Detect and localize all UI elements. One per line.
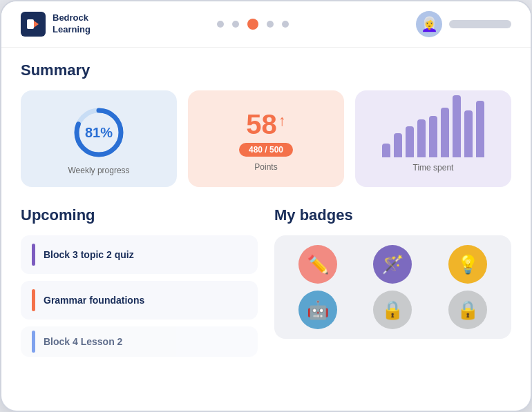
bar-5 (429, 116, 437, 157)
badge-wand[interactable]: 🪄 (373, 245, 412, 284)
bar-2 (394, 133, 402, 157)
nav-dot-3[interactable] (247, 19, 258, 30)
logo-text: Bedrock Learning (53, 12, 91, 36)
accent-bar-1 (32, 244, 35, 266)
bottom-row: Upcoming Block 3 topic 2 quiz Grammar fo… (21, 206, 511, 357)
badge-robot[interactable]: 🤖 (298, 291, 337, 329)
progress-label: Weekly progress (68, 166, 129, 175)
points-value: 58 ↑ (246, 109, 286, 140)
bar-7 (453, 95, 461, 157)
username-bar (449, 20, 511, 28)
accent-bar-2 (32, 289, 35, 311)
time-card: Time spent (355, 90, 511, 187)
nav-dot-1[interactable] (217, 21, 224, 28)
bar-4 (417, 119, 426, 157)
upcoming-item-1[interactable]: Block 3 topic 2 quiz (21, 235, 258, 274)
header: Bedrock Learning 👩‍🦳 (1, 1, 531, 48)
badge-pencil[interactable]: ✏️ (298, 245, 337, 284)
time-label: Time spent (413, 163, 454, 173)
user-area: 👩‍🦳 (416, 11, 511, 37)
summary-cards: 81% Weekly progress 58 ↑ 480 / 500 Point… (21, 90, 511, 187)
logo-area: Bedrock Learning (21, 12, 91, 37)
points-arrow: ↑ (278, 112, 286, 130)
accent-bar-3 (32, 331, 35, 353)
upcoming-item-3[interactable]: Block 4 Lesson 2 (21, 326, 258, 357)
progress-value: 81% (85, 125, 113, 141)
logo-icon (21, 12, 46, 37)
svg-rect-0 (27, 19, 34, 29)
app-frame: Bedrock Learning 👩‍🦳 Summary (0, 0, 532, 412)
upcoming-title: Upcoming (21, 206, 258, 224)
main-content: Summary 81% Weekly progress (1, 48, 531, 411)
badge-locked-1: 🔒 (373, 291, 412, 329)
avatar[interactable]: 👩‍🦳 (416, 11, 442, 37)
upcoming-section: Upcoming Block 3 topic 2 quiz Grammar fo… (21, 206, 258, 357)
points-badge: 480 / 500 (239, 143, 293, 157)
upcoming-list: Block 3 topic 2 quiz Grammar foundations… (21, 235, 258, 357)
badges-section: My badges ✏️ 🪄 💡 🤖 🔒 🔒 (274, 206, 511, 357)
badge-locked-2: 🔒 (448, 291, 487, 329)
badges-grid: ✏️ 🪄 💡 🤖 🔒 🔒 (284, 245, 502, 329)
progress-circle: 81% (71, 105, 126, 160)
points-label: Points (254, 162, 277, 172)
nav-dot-4[interactable] (267, 21, 274, 28)
bar-8 (464, 110, 473, 157)
bar-chart (382, 108, 484, 157)
upcoming-item-2[interactable]: Grammar foundations (21, 281, 258, 320)
summary-title: Summary (21, 61, 511, 79)
points-card: 58 ↑ 480 / 500 Points (188, 90, 344, 187)
nav-dot-2[interactable] (232, 21, 239, 28)
bar-3 (406, 126, 414, 157)
badges-title: My badges (274, 206, 511, 224)
summary-section: Summary 81% Weekly progress (21, 61, 511, 187)
nav-dot-5[interactable] (282, 21, 289, 28)
bar-1 (382, 144, 390, 157)
badge-box[interactable]: 💡 (448, 245, 487, 284)
bar-9 (476, 101, 484, 157)
badges-container: ✏️ 🪄 💡 🤖 🔒 🔒 (274, 235, 511, 339)
bar-6 (441, 108, 449, 157)
progress-card: 81% Weekly progress (21, 90, 177, 187)
nav-dots (217, 19, 289, 30)
